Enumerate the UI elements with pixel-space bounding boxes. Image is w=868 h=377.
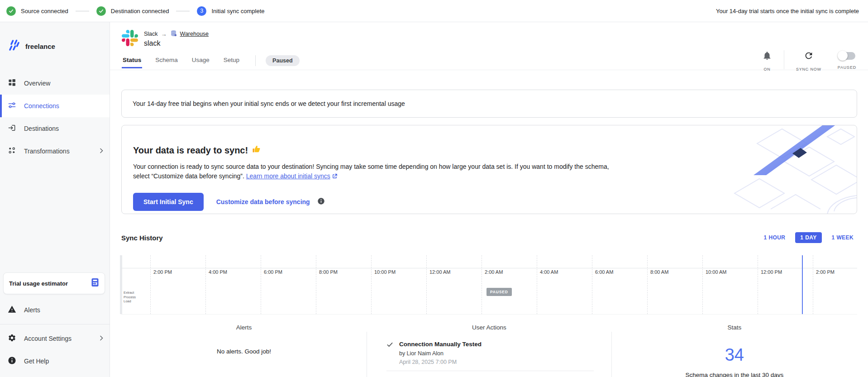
- breadcrumb: Slack → Warehouse: [144, 30, 209, 38]
- sidebar-nav: Overview Connections: [0, 72, 110, 162]
- status-badge: Paused: [266, 55, 299, 66]
- tabs-divider: [255, 55, 256, 66]
- timeline-row-labels: Extract Process Load: [124, 291, 136, 304]
- pause-toggle-label: PAUSED: [838, 65, 856, 70]
- sidebar-item-overview[interactable]: Overview: [0, 72, 110, 95]
- destinations-icon: [8, 124, 16, 134]
- step-source-connected: Source connected: [6, 6, 68, 16]
- connection-title: slack: [144, 39, 209, 48]
- chevron-right-icon: [100, 335, 103, 342]
- ready-card-title: Your data is ready to sync!: [133, 145, 248, 156]
- source-name: Slack: [144, 31, 158, 37]
- current-time-marker: [802, 255, 803, 314]
- tab-usage[interactable]: Usage: [191, 57, 210, 68]
- user-action-title: Connection Manually Tested: [399, 341, 482, 348]
- sidebar-divider: [0, 324, 110, 325]
- row-label-load: Load: [124, 299, 136, 304]
- customize-data-link[interactable]: Customize data before syncing: [216, 198, 310, 205]
- warehouse-icon: [170, 30, 177, 38]
- connection-header: Slack → Warehouse: [110, 22, 868, 70]
- gridline: 12:00 PM: [758, 255, 758, 314]
- sidebar-item-label: Account Settings: [24, 335, 72, 342]
- chevron-right-icon: [100, 148, 103, 155]
- step-connector: [76, 11, 89, 11]
- arrow-right-icon: →: [161, 31, 167, 38]
- external-link-icon: [332, 172, 338, 182]
- schema-changes-caption: Schema changes in the last 30 days: [612, 372, 857, 377]
- overview-icon: [8, 78, 16, 88]
- time-range-selector: 1 HOUR 1 DAY 1 WEEK: [760, 232, 857, 243]
- user-actions-column: User Actions Connection Manually Tested …: [367, 318, 612, 377]
- sidebar-item-label: Transformations: [24, 148, 70, 155]
- sidebar-item-get-help[interactable]: Get Help: [0, 350, 110, 372]
- time-tick: 2:00 PM: [153, 269, 172, 275]
- timeline-axis-line: [121, 268, 857, 268]
- sidebar-item-alerts[interactable]: Alerts: [0, 299, 110, 321]
- gridline: 10:00 PM: [371, 255, 372, 314]
- schema-changes-count: 34: [612, 345, 857, 365]
- destination-link[interactable]: Warehouse: [180, 31, 209, 37]
- account-name: freelance: [25, 43, 55, 50]
- fivetran-logo-icon: [7, 38, 20, 54]
- toggle-switch-icon: [838, 52, 855, 60]
- sync-now-label: SYNC NOW: [796, 67, 821, 72]
- bell-icon: [762, 50, 772, 63]
- notifications-label: ON: [763, 67, 770, 72]
- thumbs-up-emoji: [252, 144, 261, 156]
- tab-schema[interactable]: Schema: [154, 57, 179, 68]
- step-number-badge: 3: [197, 6, 206, 16]
- time-tick: 4:00 AM: [540, 269, 558, 275]
- timeline-axis-bar: [120, 255, 122, 314]
- sidebar-item-transformations[interactable]: Transformations: [0, 140, 110, 162]
- trial-note: Your 14-day trial starts once the initia…: [716, 8, 859, 14]
- time-tick: 10:00 AM: [706, 269, 726, 275]
- sync-now-button[interactable]: SYNC NOW: [796, 50, 821, 72]
- check-circle-icon: [96, 6, 106, 16]
- tab-setup[interactable]: Setup: [223, 57, 240, 68]
- tab-status[interactable]: Status: [122, 57, 142, 68]
- step-label: Destination connected: [111, 8, 169, 14]
- brand: freelance: [0, 22, 110, 54]
- learn-more-link[interactable]: Learn more about initial syncs: [246, 172, 330, 180]
- slack-logo-icon: [122, 30, 138, 48]
- alerts-column: Alerts No alerts. Good job!: [121, 318, 367, 377]
- time-tick: 6:00 AM: [595, 269, 613, 275]
- trial-banner: Your 14-day free trial begins when your …: [121, 90, 857, 118]
- user-action-date: April 28, 2025 7:00 PM: [399, 359, 482, 365]
- check-icon: [386, 341, 393, 365]
- step-label: Initial sync complete: [211, 8, 264, 14]
- transformations-icon: [8, 146, 16, 156]
- sidebar-item-account-settings[interactable]: Account Settings: [0, 327, 110, 350]
- stats-column: Stats 34 Schema changes in the last 30 d…: [612, 318, 857, 377]
- time-tick: 12:00 PM: [761, 269, 782, 275]
- range-1-hour[interactable]: 1 HOUR: [760, 232, 789, 243]
- gridline: 6:00 AM: [592, 255, 592, 314]
- time-tick: 10:00 PM: [374, 269, 396, 275]
- sidebar-item-label: Destinations: [24, 125, 59, 132]
- row-label-process: Process: [124, 295, 136, 300]
- time-tick: 4:00 PM: [209, 269, 227, 275]
- gridline: 2:00 PM: [813, 255, 813, 314]
- sidebar-item-connections[interactable]: Connections: [0, 95, 110, 117]
- sidebar-item-label: Overview: [24, 80, 50, 87]
- sidebar-item-destinations[interactable]: Destinations: [0, 117, 110, 140]
- trial-usage-estimator-card[interactable]: Trial usage estimator: [3, 272, 105, 294]
- time-tick: 12:00 AM: [429, 269, 450, 275]
- range-1-day[interactable]: 1 DAY: [795, 232, 821, 243]
- sync-history-timeline: 2:00 PM 4:00 PM 6:00 PM 8:00 PM 10:00 PM…: [121, 255, 857, 315]
- gear-icon: [8, 334, 16, 344]
- notifications-control[interactable]: ON: [762, 50, 772, 72]
- warning-triangle-icon: [8, 305, 16, 315]
- gridline: 2:00 PM: [150, 255, 151, 314]
- summary-columns: Alerts No alerts. Good job! User Actions: [121, 318, 857, 377]
- gridline: 12:00 AM: [426, 255, 427, 314]
- user-action-by: by Lior Naim Alon: [399, 350, 482, 357]
- app-window: Source connected Destination connected 3…: [0, 0, 868, 377]
- decorative-illustration: [621, 125, 857, 214]
- range-1-week[interactable]: 1 WEEK: [828, 232, 857, 243]
- start-initial-sync-button[interactable]: Start Initial Sync: [133, 193, 204, 211]
- gridline: 4:00 PM: [205, 255, 206, 314]
- pause-toggle[interactable]: PAUSED: [838, 50, 856, 70]
- user-action-item: Connection Manually Tested by Lior Naim …: [386, 335, 594, 371]
- info-icon[interactable]: [317, 197, 325, 207]
